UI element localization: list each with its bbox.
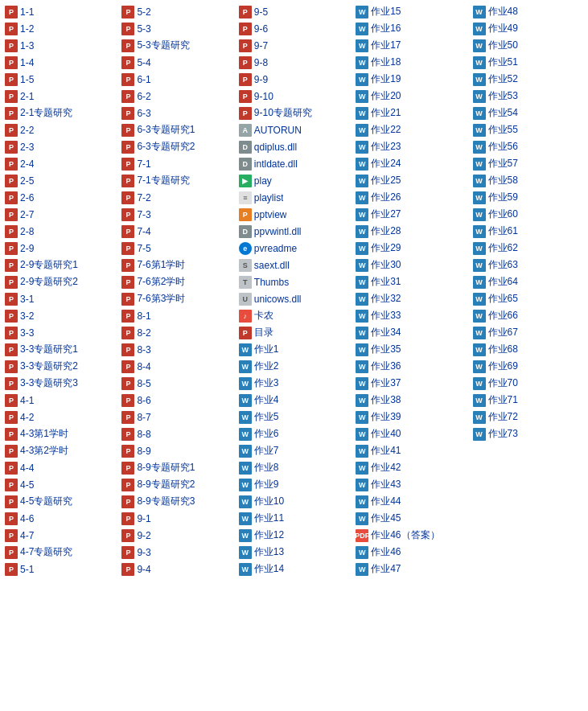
list-item[interactable]: P6-3专题研究2 — [118, 138, 235, 155]
list-item[interactable]: W作业72 — [470, 409, 586, 425]
list-item[interactable]: W作业60 — [470, 206, 586, 223]
list-item[interactable]: W作业4 — [236, 392, 352, 409]
list-item[interactable]: P9-2 — [118, 527, 235, 544]
list-item[interactable]: W作业64 — [470, 273, 586, 290]
list-item[interactable]: Dintldate.dll — [236, 155, 352, 172]
list-item[interactable]: W作业6 — [236, 425, 352, 442]
list-item[interactable]: P9-7 — [236, 37, 352, 54]
list-item[interactable]: W作业67 — [470, 324, 586, 341]
list-item[interactable]: W作业25 — [352, 172, 469, 189]
list-item[interactable]: P2-1 — [2, 88, 118, 105]
list-item[interactable]: P5-3专题研究 — [118, 37, 235, 54]
list-item[interactable]: P8-9专题研究2 — [118, 476, 235, 493]
list-item[interactable]: P7-3 — [118, 206, 235, 223]
list-item[interactable]: P2-9专题研究1 — [2, 257, 118, 273]
list-item[interactable]: W作业65 — [470, 290, 586, 307]
list-item[interactable]: W作业36 — [352, 358, 469, 375]
list-item[interactable]: W作业27 — [352, 206, 469, 223]
list-item[interactable]: W作业31 — [352, 273, 469, 290]
list-item[interactable]: P8-5 — [118, 375, 235, 392]
list-item[interactable]: P2-1专题研究 — [2, 105, 118, 121]
list-item[interactable]: P4-7专题研究 — [2, 544, 118, 561]
list-item[interactable]: P9-10 — [236, 88, 352, 105]
list-item[interactable]: W作业63 — [470, 257, 586, 273]
list-item[interactable]: W作业18 — [352, 54, 469, 71]
list-item[interactable]: W作业30 — [352, 257, 469, 273]
list-item[interactable]: W作业59 — [470, 189, 586, 206]
list-item[interactable]: P1-4 — [2, 54, 118, 71]
list-item[interactable]: P4-4 — [2, 459, 118, 476]
list-item[interactable]: P9-9 — [236, 71, 352, 88]
list-item[interactable]: W作业55 — [470, 121, 586, 138]
list-item[interactable]: W作业14 — [236, 561, 352, 577]
list-item[interactable]: P2-3 — [2, 138, 118, 155]
list-item[interactable]: W作业47 — [352, 561, 469, 577]
list-item[interactable]: P7-5 — [118, 240, 235, 257]
list-item[interactable]: W作业32 — [352, 290, 469, 307]
list-item[interactable]: P5-1 — [2, 561, 118, 577]
list-item[interactable]: P2-6 — [2, 189, 118, 206]
list-item[interactable]: P6-3专题研究1 — [118, 121, 235, 138]
list-item[interactable]: P7-1专题研究 — [118, 172, 235, 189]
list-item[interactable]: P4-3第1学时 — [2, 425, 118, 442]
list-item[interactable]: P7-2 — [118, 189, 235, 206]
list-item[interactable]: P4-6 — [2, 510, 118, 527]
list-item[interactable]: P2-9专题研究2 — [2, 273, 118, 290]
list-item[interactable]: P4-7 — [2, 527, 118, 544]
list-item[interactable]: W作业37 — [352, 375, 469, 392]
list-item[interactable]: P9-5 — [236, 3, 352, 20]
list-item[interactable]: epvreadme — [236, 240, 352, 257]
list-item[interactable]: W作业45 — [352, 510, 469, 527]
list-item[interactable]: W作业33 — [352, 307, 469, 324]
list-item[interactable]: P5-4 — [118, 54, 235, 71]
list-item[interactable]: W作业35 — [352, 341, 469, 358]
list-item[interactable]: W作业3 — [236, 375, 352, 392]
list-item[interactable]: P目录 — [236, 324, 352, 341]
list-item[interactable]: P1-5 — [2, 71, 118, 88]
list-item[interactable]: P1-3 — [2, 37, 118, 54]
list-item[interactable]: W作业20 — [352, 88, 469, 105]
list-item[interactable]: W作业49 — [470, 20, 586, 37]
list-item[interactable]: W作业29 — [352, 240, 469, 257]
list-item[interactable]: W作业5 — [236, 409, 352, 425]
list-item[interactable]: W作业53 — [470, 88, 586, 105]
list-item[interactable]: W作业58 — [470, 172, 586, 189]
list-item[interactable]: ≡playlist — [236, 189, 352, 206]
list-item[interactable]: W作业70 — [470, 375, 586, 392]
list-item[interactable]: P4-1 — [2, 392, 118, 409]
list-item[interactable]: W作业50 — [470, 37, 586, 54]
list-item[interactable]: P7-6第1学时 — [118, 257, 235, 273]
list-item[interactable]: P4-5 — [2, 476, 118, 493]
list-item[interactable]: PDF作业46（答案） — [352, 527, 469, 544]
list-item[interactable]: W作业26 — [352, 189, 469, 206]
list-item[interactable]: Uunicows.dll — [236, 290, 352, 307]
list-item[interactable]: P2-4 — [2, 155, 118, 172]
list-item[interactable]: W作业21 — [352, 105, 469, 121]
list-item[interactable]: W作业19 — [352, 71, 469, 88]
list-item[interactable]: P2-7 — [2, 206, 118, 223]
list-item[interactable]: Dqdiplus.dll — [236, 138, 352, 155]
list-item[interactable]: P8-9专题研究3 — [118, 493, 235, 510]
list-item[interactable]: W作业42 — [352, 459, 469, 476]
list-item[interactable]: W作业66 — [470, 307, 586, 324]
list-item[interactable]: P7-4 — [118, 223, 235, 240]
list-item[interactable]: P8-2 — [118, 324, 235, 341]
list-item[interactable]: P5-2 — [118, 3, 235, 20]
list-item[interactable]: P8-4 — [118, 358, 235, 375]
list-item[interactable]: W作业12 — [236, 527, 352, 544]
list-item[interactable]: W作业10 — [236, 493, 352, 510]
list-item[interactable]: P8-3 — [118, 341, 235, 358]
list-item[interactable]: W作业13 — [236, 544, 352, 561]
list-item[interactable]: W作业46 — [352, 544, 469, 561]
list-item[interactable]: W作业38 — [352, 392, 469, 409]
list-item[interactable]: P9-3 — [118, 544, 235, 561]
list-item[interactable]: W作业2 — [236, 358, 352, 375]
list-item[interactable]: P5-3 — [118, 20, 235, 37]
list-item[interactable]: W作业73 — [470, 425, 586, 442]
list-item[interactable]: W作业69 — [470, 358, 586, 375]
list-item[interactable]: P1-1 — [2, 3, 118, 20]
list-item[interactable]: W作业23 — [352, 138, 469, 155]
list-item[interactable]: Ssaext.dll — [236, 257, 352, 273]
list-item[interactable]: P3-1 — [2, 290, 118, 307]
list-item[interactable]: P9-8 — [236, 54, 352, 71]
